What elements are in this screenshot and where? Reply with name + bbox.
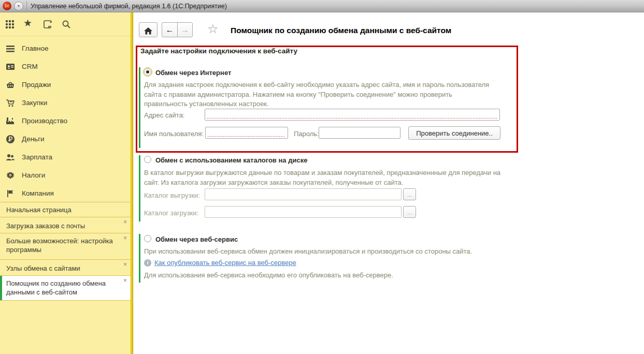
sidebar-item-label: Производство [22, 117, 67, 125]
grid-dots-icon [5, 19, 16, 30]
upload-folder-input[interactable] [205, 188, 402, 200]
ruble-coin-icon [6, 135, 15, 144]
username-label: Имя пользователя: [144, 130, 204, 138]
home-button[interactable] [139, 22, 158, 37]
sidebar-menu: Главное CRM Продажи Закупки [0, 40, 131, 203]
sidebar-item-prodazhi[interactable]: Продажи [0, 76, 131, 94]
section-accent-bar [139, 67, 140, 148]
back-button[interactable]: ← [162, 22, 178, 37]
favorites-button[interactable]: ★ [23, 18, 35, 30]
tab-label: Больше возможностей: настройка программы [6, 237, 113, 254]
cart-icon [6, 98, 15, 108]
tab-label: Загрузка заказов с почты [6, 222, 85, 230]
sidebar-item-label: Компания [22, 189, 54, 197]
password-label: Пароль: [294, 130, 319, 138]
close-icon[interactable]: × [123, 277, 127, 284]
site-address-input[interactable] [205, 109, 500, 121]
tab-more-features[interactable]: Больше возможностей: настройка программы… [0, 233, 131, 259]
upload-browse-button[interactable]: ... [403, 188, 416, 200]
info-icon: i [144, 259, 151, 267]
sidebar-item-label: Главное [22, 45, 49, 52]
tab-label: Начальная страница [6, 206, 71, 214]
basket-icon [6, 80, 15, 90]
people-icon [6, 153, 15, 162]
radio-folder-exchange[interactable] [144, 156, 151, 163]
tab-exchange-nodes[interactable]: Узлы обмена с сайтами × [0, 259, 131, 275]
radio-folder-label[interactable]: Обмен с использованием каталогов на диск… [155, 156, 307, 164]
sidebar-tabs: Начальная страница Загрузка заказов с по… [0, 202, 131, 301]
sidebar-item-label: Закупки [22, 99, 47, 107]
check-connection-button[interactable]: Проверить соединение.. [408, 126, 500, 140]
close-icon[interactable]: × [123, 261, 127, 268]
section-accent-bar [139, 234, 140, 283]
download-folder-input[interactable] [205, 206, 402, 218]
radio-webservice-label[interactable]: Обмен через веб-сервис [155, 235, 238, 243]
contact-card-icon [6, 62, 15, 71]
window-titlebar: 1с ▼ Управление небольшой фирмой, редакц… [0, 0, 644, 12]
search-icon [61, 19, 73, 30]
sidebar-item-kompaniya[interactable]: Компания [0, 185, 131, 203]
star-icon: ★ [23, 18, 32, 28]
sidebar-item-label: Зарплата [22, 153, 52, 161]
menu-lines-icon [6, 44, 15, 53]
system-menu-button[interactable]: ▼ [14, 2, 23, 11]
sidebar: ★ [0, 12, 133, 354]
webservice-note: Для использования веб-сервиса необходимо… [144, 271, 507, 281]
site-address-label: Адрес сайта: [144, 111, 184, 119]
main-area: ← → ☆ Помощник по созданию обмена данным… [133, 12, 644, 354]
download-folder-label: Каталог загрузки: [144, 209, 198, 217]
chevron-down-icon: ▼ [17, 4, 21, 8]
upload-folder-label: Каталог выгрузки: [144, 191, 200, 199]
search-button[interactable] [61, 19, 73, 31]
folder-description: В каталог выгрузки выгружаются данные по… [144, 168, 507, 187]
wizard-heading: Задайте настройки подключения к веб-сайт… [140, 47, 297, 55]
history-scroll-icon [42, 19, 54, 30]
publish-webservice-link[interactable]: Как опубликовать веб-сервис на веб-серве… [154, 259, 296, 267]
tab-label: Узлы обмена с сайтами [6, 264, 80, 272]
webservice-description: При использовании веб-сервиса обмен долж… [144, 247, 507, 257]
history-button[interactable] [42, 19, 54, 31]
factory-icon [6, 116, 15, 126]
window-title: Управление небольшой фирмой, редакция 1.… [31, 3, 227, 10]
sidebar-toolbar: ★ [0, 12, 131, 36]
internet-description: Для задания настроек подключения к веб-с… [144, 80, 494, 109]
1c-logo-icon: 1с [3, 2, 11, 10]
sidebar-item-glavnoe[interactable]: Главное [0, 40, 131, 58]
password-input[interactable] [319, 127, 400, 139]
app-window: 1с ▼ Управление небольшой фирмой, редакц… [0, 0, 644, 354]
favorite-star-icon[interactable]: ☆ [207, 22, 219, 36]
sidebar-item-zarplata[interactable]: Зарплата [0, 149, 131, 167]
section-accent-bar [139, 155, 140, 222]
titlebar-divider [26, 1, 27, 11]
radio-internet-exchange[interactable] [144, 68, 151, 76]
home-icon [139, 26, 157, 36]
sidebar-item-label: Деньги [22, 135, 45, 143]
close-icon[interactable]: × [123, 219, 127, 225]
close-icon[interactable]: × [123, 235, 127, 241]
forward-button[interactable]: → [177, 22, 193, 37]
tab-exchange-assistant[interactable]: Помощник по созданию обмена данными с ве… [0, 275, 131, 301]
tab-home-page[interactable]: Начальная страница [0, 202, 131, 217]
sections-menu-button[interactable] [5, 19, 16, 31]
sidebar-item-zakupki[interactable]: Закупки [0, 94, 131, 112]
radio-internet-label[interactable]: Обмен через Интернет [155, 69, 231, 77]
sidebar-item-label: CRM [22, 63, 38, 70]
sidebar-item-dengi[interactable]: Деньги [0, 130, 131, 149]
sidebar-item-crm[interactable]: CRM [0, 58, 131, 76]
tab-mail-orders[interactable]: Загрузка заказов с почты × [0, 217, 131, 233]
download-browse-button[interactable]: ... [403, 206, 416, 218]
sidebar-item-label: Продажи [22, 81, 51, 89]
flag-icon [6, 189, 15, 198]
radio-webservice-exchange[interactable] [144, 235, 151, 242]
sidebar-item-nalogi[interactable]: Налоги [0, 167, 131, 185]
sidebar-item-label: Налоги [22, 171, 45, 179]
tab-label: Помощник по созданию обмена данными с ве… [6, 279, 106, 296]
page-title: Помощник по созданию обмена данными с ве… [231, 26, 451, 35]
sidebar-item-proizvodstvo[interactable]: Производство [0, 112, 131, 130]
username-input[interactable] [205, 127, 288, 139]
eagle-icon [6, 171, 15, 180]
